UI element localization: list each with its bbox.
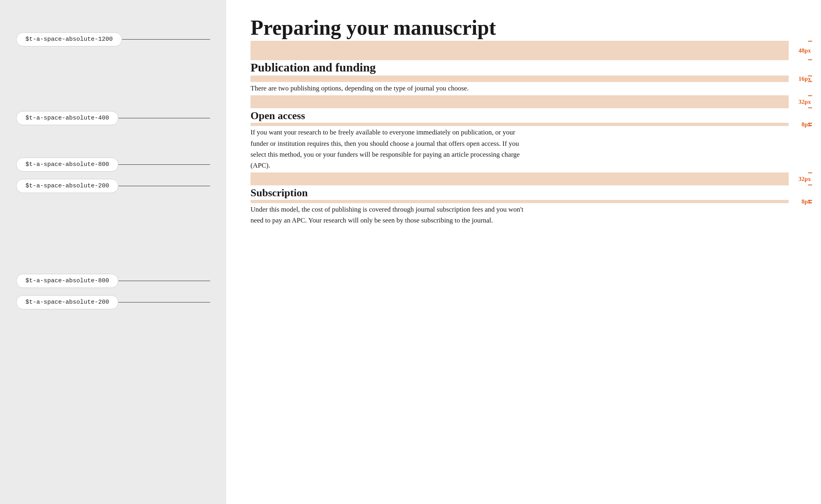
- spacer-1: 48px: [251, 41, 789, 60]
- spacer-5: 32px: [251, 172, 789, 185]
- spacer-label-3: 32px: [798, 99, 811, 105]
- section-2-heading: Open access: [251, 110, 789, 122]
- token-pill-400: $t-a-space-absolute-400: [16, 111, 118, 125]
- token-group-1200: $t-a-space-absolute-1200: [16, 32, 210, 46]
- spacer-bar-5: [251, 172, 789, 185]
- spacer-tick-bottom-1: [808, 59, 812, 60]
- token-group-800b: $t-a-space-absolute-800: [16, 274, 210, 288]
- section-1-heading: Publication and funding: [251, 60, 789, 75]
- spacer-tick-bottom-3: [808, 107, 812, 108]
- spacer-label-6: 8px: [802, 198, 811, 205]
- token-line-200a: [118, 186, 210, 187]
- spacer-bar-2: [251, 76, 789, 82]
- spacer-3: 32px: [251, 95, 789, 108]
- page-title: Preparing your manuscript: [251, 16, 789, 39]
- spacer-2: 16px: [251, 76, 789, 82]
- token-pill-200a: $t-a-space-absolute-200: [16, 179, 118, 193]
- token-line-800a: [118, 164, 210, 165]
- main-content: Preparing your manuscript 48px Publicati…: [226, 0, 821, 504]
- token-pill-1200: $t-a-space-absolute-1200: [16, 32, 122, 46]
- spacer-6: 8px: [251, 200, 789, 203]
- spacer-bar-4: [251, 123, 789, 126]
- spacer-label-1: 48px: [798, 47, 811, 54]
- token-pill-800a: $t-a-space-absolute-800: [16, 158, 118, 172]
- token-line-1200: [122, 39, 210, 40]
- section-3-heading: Subscription: [251, 187, 789, 199]
- token-group-800a: $t-a-space-absolute-800: [16, 158, 210, 172]
- token-group-400: $t-a-space-absolute-400: [16, 111, 210, 125]
- sidebar: $t-a-space-absolute-1200 $t-a-space-abso…: [0, 0, 226, 504]
- token-pill-200b: $t-a-space-absolute-200: [16, 295, 118, 309]
- page-wrapper: $t-a-space-absolute-1200 $t-a-space-abso…: [0, 0, 821, 504]
- spacer-label-4: 8px: [802, 121, 811, 128]
- sidebar-gap-2: [16, 125, 210, 158]
- spacer-tick-bottom-5: [808, 185, 812, 185]
- spacer-tick-top-1: [808, 41, 812, 42]
- token-line-400: [118, 118, 210, 119]
- section-3-body: Under this model, the cost of publishing…: [251, 204, 525, 226]
- spacer-bar-3: [251, 95, 789, 108]
- token-group-200a: $t-a-space-absolute-200: [16, 179, 210, 193]
- spacer-bar-6: [251, 200, 789, 203]
- token-line-200b: [118, 302, 210, 303]
- spacer-tick-top-3: [808, 95, 812, 96]
- spacer-label-5: 32px: [798, 176, 811, 183]
- token-group-200b: $t-a-space-absolute-200: [16, 295, 210, 309]
- token-pill-800b: $t-a-space-absolute-800: [16, 274, 118, 288]
- sidebar-gap-1: [16, 79, 210, 111]
- sidebar-gap-3: [16, 193, 210, 274]
- spacer-tick-top-5: [808, 172, 812, 173]
- token-line-800b: [118, 281, 210, 281]
- spacer-bar-1: [251, 41, 789, 60]
- section-1-body: There are two publishing options, depend…: [251, 83, 525, 94]
- section-2-body: If you want your research to be freely a…: [251, 127, 525, 171]
- spacer-label-2: 16px: [798, 76, 811, 82]
- spacer-4: 8px: [251, 123, 789, 126]
